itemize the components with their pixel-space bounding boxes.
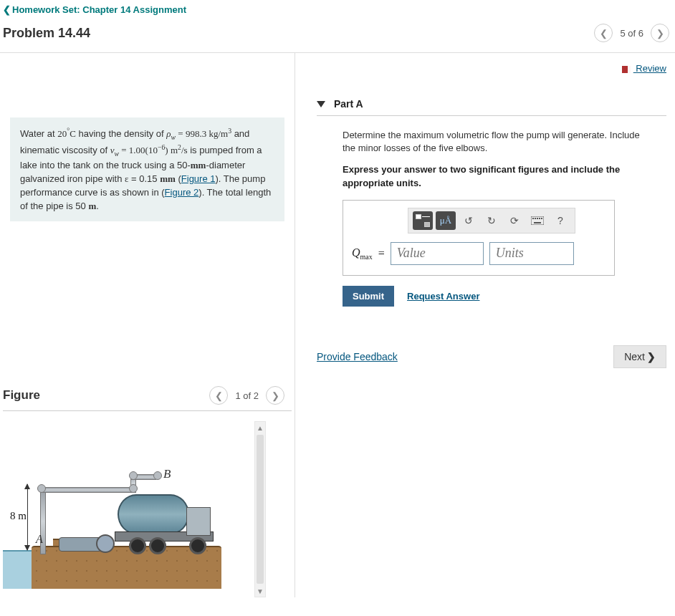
units-input[interactable]	[489, 242, 574, 265]
figure-1-link[interactable]: Figure 1	[181, 173, 216, 184]
figure-nav: ❮ 1 of 2 ❯	[209, 386, 284, 405]
redo-button[interactable]: ↻	[482, 211, 502, 230]
ps-text: = 0.15	[128, 173, 160, 184]
collapse-icon[interactable]	[317, 101, 325, 107]
svg-rect-5	[541, 218, 542, 219]
svg-rect-3	[537, 218, 538, 219]
part-divider	[317, 115, 666, 116]
figure-2-link[interactable]: Figure 2	[165, 187, 199, 198]
ps-mm2: mm	[160, 173, 176, 184]
ps-text: (	[176, 173, 181, 184]
pipe-horizontal-1	[40, 487, 133, 493]
question-area: Determine the maximum volumetric flow th…	[317, 129, 654, 276]
question-instruction: Express your answer to two significant f…	[343, 163, 654, 189]
elbow-icon	[153, 471, 162, 480]
answer-input-row: Qmax =	[352, 242, 605, 265]
truck-tank	[118, 494, 189, 534]
keyboard-button[interactable]	[527, 211, 547, 230]
ps-temp: 20°C	[57, 128, 76, 139]
figure-title: Figure	[3, 388, 40, 403]
equals-sign: =	[378, 247, 385, 260]
breadcrumb-label: Homework Set: Chapter 14 Assignment	[12, 4, 186, 15]
provide-feedback-link[interactable]: Provide Feedback	[317, 351, 398, 362]
figure-header: Figure ❮ 1 of 2 ❯	[0, 379, 295, 410]
reset-button[interactable]: ⟳	[504, 211, 525, 230]
point-a-label: A	[36, 533, 43, 546]
part-header[interactable]: Part A	[317, 94, 666, 115]
ps-mm: mm	[191, 160, 206, 170]
review-link[interactable]: Review	[622, 63, 666, 74]
submit-row: Submit Request Answer	[343, 286, 666, 307]
ps-text: Water at	[20, 128, 57, 139]
undo-button[interactable]: ↺	[459, 211, 479, 230]
request-answer-link[interactable]: Request Answer	[407, 291, 479, 302]
dimension-arrow	[27, 484, 28, 550]
point-b-label: B	[163, 467, 171, 481]
flag-icon	[622, 66, 631, 73]
keyboard-icon	[531, 216, 544, 225]
svg-rect-1	[532, 218, 534, 219]
figure-body: 8 m A B ▲ ▼	[0, 411, 295, 597]
special-chars-button[interactable]: μÅ	[436, 211, 456, 230]
question-text: Determine the maximum volumetric flow th…	[343, 129, 654, 155]
variable-label: Qmax	[352, 246, 373, 261]
figure-position: 1 of 2	[235, 390, 259, 401]
breadcrumb-link[interactable]: ❮Homework Set: Chapter 14 Assignment	[3, 4, 186, 15]
ps-m: m	[88, 201, 96, 211]
pump-body	[59, 537, 102, 552]
elbow-icon	[129, 484, 138, 493]
svg-rect-0	[531, 216, 544, 225]
footer-row: Provide Feedback Next❯	[317, 345, 666, 368]
breadcrumb[interactable]: ❮Homework Set: Chapter 14 Assignment	[0, 0, 675, 21]
submit-button[interactable]: Submit	[343, 286, 394, 307]
ps-nu: νw = 1.00(10−6) m2/s	[110, 145, 188, 155]
templates-button[interactable]	[413, 211, 433, 230]
next-label: Next	[624, 351, 645, 362]
problem-statement: Water at 20°C having the density of ρw =…	[10, 117, 284, 221]
figure-drawing: 8 m A B	[3, 438, 221, 589]
problem-nav: ❮ 5 of 6 ❯	[594, 24, 669, 42]
review-label: Review	[633, 63, 666, 74]
ps-text: having the density of	[76, 128, 166, 139]
help-button[interactable]: ?	[550, 211, 570, 230]
fraction-icon	[416, 214, 430, 227]
right-column: Review Part A Determine the maximum volu…	[295, 53, 675, 597]
prev-problem-button[interactable]: ❮	[594, 24, 613, 42]
truck-cab	[186, 507, 211, 536]
ps-text: .	[96, 201, 99, 211]
figure-prev-button[interactable]: ❮	[209, 386, 228, 405]
figure-next-button[interactable]: ❯	[266, 386, 284, 405]
scroll-down-icon[interactable]: ▼	[255, 585, 265, 597]
next-problem-button[interactable]: ❯	[651, 24, 669, 42]
chevron-right-icon: ❯	[647, 351, 656, 362]
svg-rect-4	[539, 218, 540, 219]
chevron-left-icon: ❮	[3, 4, 11, 15]
figure-scrollbar[interactable]: ▲ ▼	[254, 421, 266, 597]
ps-rho: ρw = 998.3 kg/m3	[166, 128, 231, 139]
equation-toolbar: μÅ ↺ ↻ ⟳ ?	[408, 208, 575, 234]
scroll-thumb[interactable]	[257, 435, 264, 584]
part-title: Part A	[334, 98, 363, 110]
problem-title: Problem 14.44	[3, 26, 90, 41]
answer-box: μÅ ↺ ↻ ⟳ ? Qmax =	[343, 200, 615, 276]
left-column: Water at 20°C having the density of ρw =…	[0, 53, 295, 597]
svg-rect-2	[535, 218, 536, 219]
next-button[interactable]: Next❯	[613, 345, 666, 368]
problem-position: 5 of 6	[620, 28, 643, 39]
header-row: Problem 14.44 ❮ 5 of 6 ❯	[0, 21, 675, 52]
svg-rect-6	[534, 222, 541, 223]
dimension-label: 8 m	[10, 510, 27, 522]
scroll-up-icon[interactable]: ▲	[255, 422, 265, 433]
value-input[interactable]	[391, 242, 484, 265]
